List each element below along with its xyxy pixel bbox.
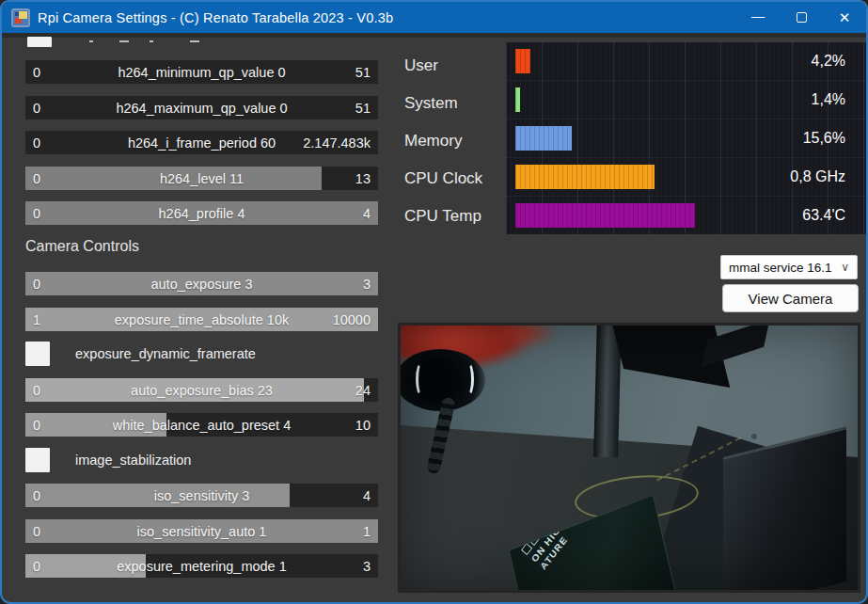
slider-label: auto_exposure 3 xyxy=(150,277,252,292)
slider-min: 0 xyxy=(33,101,40,116)
chart-row-cpu-temp: 63.4'C xyxy=(506,197,868,234)
slider-label: h264_level 11 xyxy=(160,171,244,186)
system-bar xyxy=(515,87,520,112)
slider-min: 1 xyxy=(33,312,40,327)
trackbar-thumb[interactable] xyxy=(27,37,52,47)
slider-h264-i-frame-period[interactable]: 0 h264_i_frame_period 60 2.147.483k xyxy=(25,131,378,154)
slider-label: auto_exposure_bias 23 xyxy=(131,383,273,398)
camera-preview: ON HIGH ATURE xyxy=(398,323,860,593)
chart-row-user: 4,2% xyxy=(506,42,868,81)
preview-vignette xyxy=(401,326,858,590)
slider-max: 2.147.483k xyxy=(303,135,371,151)
slider-min: 0 xyxy=(33,206,40,221)
camera-preview-image: ON HIGH ATURE xyxy=(401,326,858,590)
trackbar-partial[interactable] xyxy=(25,37,378,48)
app-window: Rpi Camera Settings - (C) Renato Tarabel… xyxy=(0,0,868,604)
slider-label: h264_maximum_qp_value 0 xyxy=(116,101,287,116)
slider-exposure-time-absolute[interactable]: 1 exposure_time_absolute 10k 10000 xyxy=(25,308,378,331)
minimize-icon: — xyxy=(751,8,765,24)
trackbar-tick xyxy=(190,40,199,42)
section-header-camera-controls: Camera Controls xyxy=(25,238,139,255)
slider-min: 0 xyxy=(33,488,40,503)
maximize-icon xyxy=(797,12,807,23)
slider-max: 3 xyxy=(363,559,371,574)
service-dropdown[interactable]: mmal service 16.1 ∨ xyxy=(720,255,858,279)
cpu-stats-chart: 4,2% 1,4% 15,6% 0,8 GHz 63.4'C xyxy=(506,42,868,234)
service-dropdown-value: mmal service 16.1 xyxy=(729,261,832,275)
memory-bar xyxy=(515,126,572,151)
trackbar-tick xyxy=(150,40,153,42)
cpu-temp-bar xyxy=(515,203,695,228)
slider-min: 0 xyxy=(33,524,40,539)
slider-auto-exposure-bias[interactable]: 0 auto_exposure_bias 23 24 xyxy=(25,378,378,402)
system-value: 1,4% xyxy=(812,91,845,108)
app-icon xyxy=(11,8,30,27)
slider-max: 24 xyxy=(355,383,371,398)
stat-label-memory: Memory xyxy=(404,132,462,152)
trackbar-tick xyxy=(89,40,93,42)
close-icon: ✕ xyxy=(839,9,851,26)
slider-label: iso_sensitivity_auto 1 xyxy=(137,524,267,539)
slider-min: 0 xyxy=(33,383,40,398)
slider-max: 1 xyxy=(363,524,371,539)
checkbox-row-exposure-dynamic-framerate: exposure_dynamic_framerate xyxy=(25,342,256,366)
slider-exposure-metering-mode[interactable]: 0 exposure_metering_mode 1 3 xyxy=(25,554,378,578)
maximize-button[interactable] xyxy=(780,2,823,33)
slider-min: 0 xyxy=(33,559,40,574)
slider-iso-sensitivity-auto[interactable]: 0 iso_sensitivity_auto 1 1 xyxy=(25,519,378,543)
cpu-clock-value: 0,8 GHz xyxy=(790,168,845,185)
slider-max: 3 xyxy=(363,277,371,292)
slider-label: h264_i_frame_period 60 xyxy=(128,135,276,151)
stat-label-cpu-temp: CPU Temp xyxy=(404,207,481,228)
slider-label: h264_minimum_qp_value 0 xyxy=(118,65,285,80)
slider-label: exposure_metering_mode 1 xyxy=(117,559,287,574)
slider-h264-maximum-qp-value[interactable]: 0 h264_maximum_qp_value 0 51 xyxy=(25,96,378,119)
chart-row-cpu-clock: 0,8 GHz xyxy=(506,158,868,197)
slider-min: 0 xyxy=(33,277,40,292)
stat-label-user: User xyxy=(404,56,438,77)
slider-iso-sensitivity[interactable]: 0 iso_sensitivity 3 4 xyxy=(25,484,378,507)
checkbox-row-image-stabilization: image_stabilization xyxy=(25,448,191,472)
slider-label: h264_profile 4 xyxy=(159,206,245,221)
slider-auto-exposure[interactable]: 0 auto_exposure 3 3 xyxy=(25,272,378,295)
titlebar: Rpi Camera Settings - (C) Renato Tarabel… xyxy=(2,2,866,33)
chart-row-system: 1,4% xyxy=(506,81,868,119)
slider-min: 0 xyxy=(33,65,40,80)
chevron-down-icon: ∨ xyxy=(841,261,849,274)
slider-max: 4 xyxy=(363,206,371,221)
window-title: Rpi Camera Settings - (C) Renato Tarabel… xyxy=(38,10,393,25)
cpu-clock-bar xyxy=(515,165,655,189)
checkbox-label: exposure_dynamic_framerate xyxy=(75,346,256,361)
slider-white-balance-auto-preset[interactable]: 0 white_balance_auto_preset 4 10 xyxy=(25,413,378,437)
slider-max: 51 xyxy=(355,101,371,116)
view-camera-button[interactable]: View Camera xyxy=(722,284,859,312)
slider-max: 13 xyxy=(355,171,371,186)
slider-max: 51 xyxy=(355,65,371,80)
user-bar xyxy=(515,49,530,73)
slider-label: exposure_time_absolute 10k xyxy=(115,312,289,327)
close-button[interactable]: ✕ xyxy=(823,2,866,33)
slider-min: 0 xyxy=(33,171,40,186)
stat-label-cpu-clock: CPU Clock xyxy=(404,169,482,190)
trackbar-tick xyxy=(119,40,129,42)
minimize-button[interactable]: — xyxy=(736,2,780,33)
slider-max: 4 xyxy=(363,488,371,503)
checkbox-label: image_stabilization xyxy=(75,453,191,468)
slider-label: iso_sensitivity 3 xyxy=(154,488,250,503)
chart-row-memory: 15,6% xyxy=(506,119,868,158)
slider-h264-profile[interactable]: 0 h264_profile 4 4 xyxy=(25,201,378,225)
slider-max: 10 xyxy=(355,418,371,433)
view-camera-label: View Camera xyxy=(749,291,833,307)
slider-min: 0 xyxy=(33,418,40,433)
user-value: 4,2% xyxy=(812,53,845,70)
exposure-dynamic-framerate-checkbox[interactable] xyxy=(25,342,50,366)
memory-value: 15,6% xyxy=(803,130,845,147)
stat-label-system: System xyxy=(404,94,458,115)
slider-label: white_balance_auto_preset 4 xyxy=(113,418,291,433)
image-stabilization-checkbox[interactable] xyxy=(25,448,50,472)
slider-max: 10000 xyxy=(333,312,371,327)
slider-h264-level[interactable]: 0 h264_level 11 13 xyxy=(25,167,378,190)
slider-h264-minimum-qp-value[interactable]: 0 h264_minimum_qp_value 0 51 xyxy=(25,60,378,84)
cpu-temp-value: 63.4'C xyxy=(802,207,845,224)
slider-min: 0 xyxy=(33,135,40,151)
